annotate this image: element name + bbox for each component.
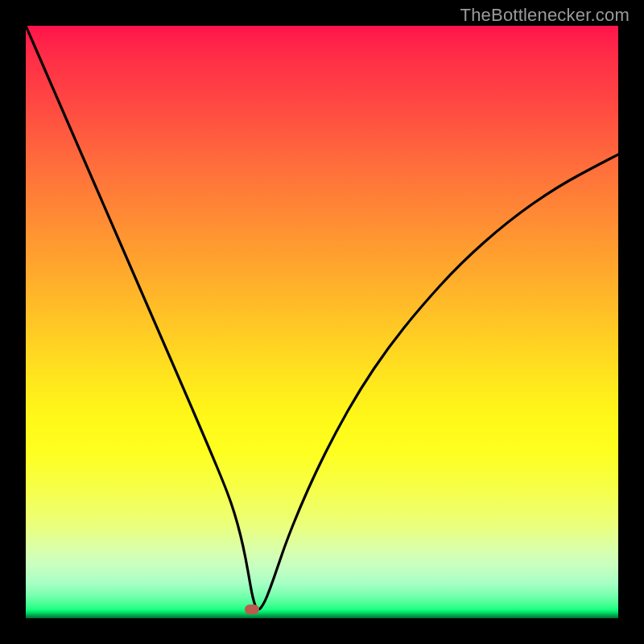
chart-frame: TheBottlenecker.com (0, 0, 644, 644)
minimum-marker-icon (245, 605, 259, 614)
watermark-label: TheBottlenecker.com (460, 5, 630, 26)
bottleneck-curve (26, 26, 618, 618)
curve-path (26, 26, 618, 609)
plot-area (26, 26, 618, 618)
